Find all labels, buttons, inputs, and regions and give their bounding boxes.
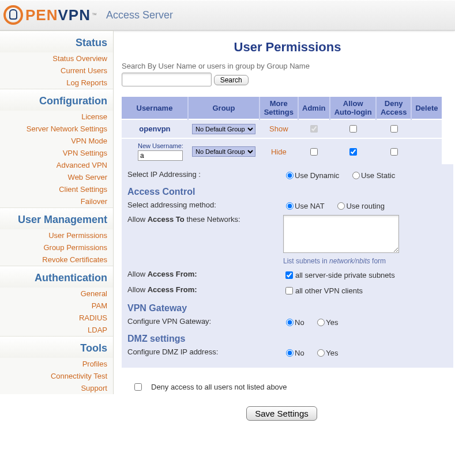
product-subtitle: Access Server (106, 9, 173, 21)
sidebar-item[interactable]: Client Settings (0, 183, 113, 195)
ip-addressing-radios: Use Dynamic Use Static (283, 170, 403, 180)
footer-area: Deny access to all users not listed abov… (122, 368, 442, 421)
keyhole-icon (3, 5, 23, 25)
table-row: openvpnNo Default GroupShow (122, 119, 442, 138)
sidebar-heading: Status (0, 31, 113, 52)
dmz-yes-option[interactable]: Yes (314, 349, 338, 357)
more-settings-toggle[interactable]: Hide (271, 148, 287, 156)
autologin-checkbox[interactable] (349, 125, 357, 133)
server-subnets-text: all server-side private subnets (295, 271, 395, 279)
page-title: User Permissions (122, 40, 453, 55)
logo[interactable]: PENVPN ™ (3, 5, 97, 25)
sidebar-item[interactable]: VPN Settings (0, 147, 113, 159)
sidebar-item[interactable]: Failover (0, 195, 113, 207)
access-to-textarea[interactable] (283, 215, 399, 253)
use-routing-option[interactable]: Use routing (334, 202, 384, 210)
sidebar-item[interactable]: Server Network Settings (0, 123, 113, 135)
access-from-1-label: Allow Access From: (127, 270, 283, 278)
search-row: Search By User Name or users in group by… (122, 62, 453, 86)
top-bar: PENVPN ™ Access Server (0, 0, 455, 31)
other-clients-text: all other VPN clients (295, 286, 363, 295)
dmz-heading: DMZ settings (127, 334, 448, 344)
access-control-heading: Access Control (127, 187, 448, 197)
delete-cell (411, 119, 442, 138)
sidebar-item[interactable]: VPN Mode (0, 135, 113, 147)
sidebar-heading: User Management (0, 207, 113, 229)
deny-all-label: Deny access to all users not listed abov… (151, 383, 287, 391)
sidebar-heading: Authentication (0, 266, 113, 288)
delete-cell (411, 138, 442, 164)
addressing-method-radios: Use NAT Use routing (283, 201, 393, 210)
gateway-yes-option[interactable]: Yes (314, 318, 338, 327)
group-select[interactable]: No Default Group (192, 146, 255, 157)
search-label: Search By User Name or users in group by… (122, 62, 453, 70)
group-select[interactable]: No Default Group (192, 124, 255, 134)
search-input[interactable] (122, 73, 212, 86)
dmz-no-radio[interactable] (286, 349, 294, 357)
deny-all-row: Deny access to all users not listed abov… (122, 381, 442, 392)
column-header: Group (188, 97, 260, 119)
new-username-label: New Username: (138, 142, 185, 149)
deny-checkbox[interactable] (390, 148, 398, 156)
sidebar-item[interactable]: Status Overview (0, 52, 113, 65)
table-row: New Username:No Default GroupHide (122, 138, 442, 164)
deny-all-checkbox[interactable] (134, 383, 142, 391)
ip-static-option[interactable]: Use Static (349, 171, 395, 180)
subnet-hint: List subnets in network/nbits form (283, 257, 399, 265)
sidebar-item[interactable]: Profiles (0, 358, 113, 370)
user-table: UsernameGroupMoreSettingsAdminAllowAuto-… (122, 97, 442, 164)
use-nat-option[interactable]: Use NAT (283, 202, 325, 210)
gateway-no-radio[interactable] (286, 319, 294, 326)
autologin-checkbox[interactable] (349, 148, 357, 156)
ip-dynamic-option[interactable]: Use Dynamic (283, 171, 339, 180)
column-header: MoreSettings (260, 97, 298, 119)
new-username-input[interactable] (138, 150, 183, 161)
brand-text: PENVPN (25, 6, 91, 24)
other-clients-checkbox[interactable] (285, 287, 293, 294)
dmz-label: Configure DMZ IP address: (127, 347, 283, 356)
sidebar-heading: Tools (0, 336, 113, 358)
search-button[interactable]: Search (214, 75, 249, 85)
admin-checkbox[interactable] (310, 125, 318, 133)
username-cell: New Username: (122, 138, 188, 164)
more-settings-toggle[interactable]: Show (269, 124, 288, 133)
use-nat-radio[interactable] (286, 202, 294, 210)
server-subnets-checkbox[interactable] (285, 271, 293, 279)
sidebar-item[interactable]: User Permissions (0, 229, 113, 241)
vpn-gateway-label: Configure VPN Gateway: (127, 317, 283, 326)
use-routing-radio[interactable] (337, 202, 345, 210)
ip-static-radio[interactable] (352, 172, 360, 179)
vpn-gateway-heading: VPN Gateway (127, 303, 448, 313)
column-header: DenyAccess (376, 97, 411, 119)
sidebar-item[interactable]: Log Reports (0, 77, 113, 89)
sidebar-item[interactable]: Current Users (0, 65, 113, 77)
main-content: User Permissions Search By User Name or … (114, 31, 455, 438)
sidebar-item[interactable]: Connectivity Test (0, 370, 113, 382)
gateway-no-option[interactable]: No (283, 318, 304, 327)
access-to-label: Allow Access To these Networks: (127, 215, 283, 224)
sidebar-item[interactable]: General (0, 288, 113, 300)
sidebar-item[interactable]: PAM (0, 300, 113, 312)
admin-checkbox[interactable] (310, 148, 318, 156)
deny-checkbox[interactable] (390, 125, 398, 133)
column-header: Username (122, 97, 188, 119)
sidebar-item[interactable]: Support (0, 382, 113, 394)
addressing-method-label: Select addressing method: (127, 201, 283, 209)
sidebar-item[interactable]: Group Permissions (0, 241, 113, 254)
username-cell: openvpn (122, 119, 188, 138)
sidebar-item[interactable]: LDAP (0, 324, 113, 336)
dmz-yes-radio[interactable] (317, 349, 325, 357)
ip-dynamic-radio[interactable] (286, 172, 294, 179)
access-from-2-label: Allow Access From: (127, 285, 283, 294)
sidebar-item[interactable]: License (0, 111, 113, 123)
dmz-no-option[interactable]: No (283, 349, 304, 357)
sidebar-item[interactable]: Revoke Certificates (0, 254, 113, 266)
sidebar-item[interactable]: Web Server (0, 171, 113, 183)
trademark: ™ (92, 12, 97, 18)
column-header: Delete (411, 97, 442, 119)
sidebar-item[interactable]: Advanced VPN (0, 159, 113, 171)
gateway-yes-radio[interactable] (317, 319, 325, 326)
settings-panel: Select IP Addressing : Use Dynamic Use S… (122, 164, 453, 368)
sidebar-item[interactable]: RADIUS (0, 312, 113, 324)
save-settings-button[interactable]: Save Settings (246, 406, 317, 421)
